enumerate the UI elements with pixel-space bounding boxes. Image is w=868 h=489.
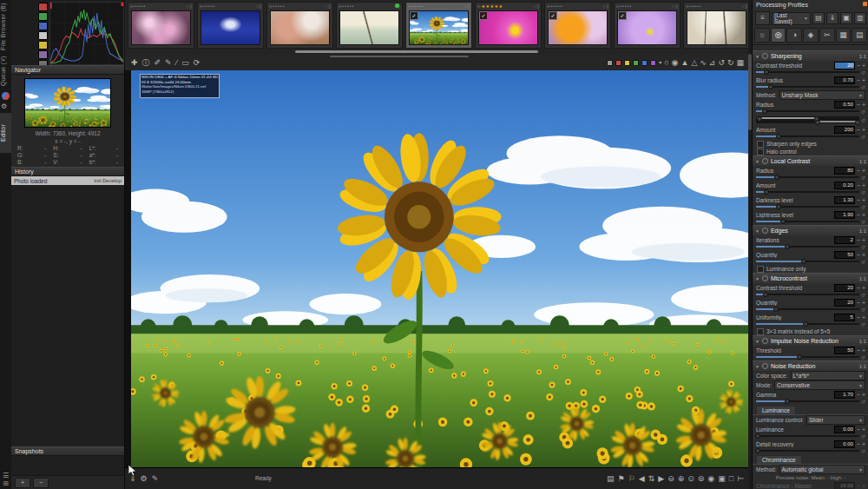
reset-icon[interactable]: ↺ <box>861 399 865 405</box>
reset-icon[interactable]: ↺ <box>861 259 865 265</box>
histogram-chroma-toggle[interactable] <box>38 41 48 50</box>
color-label-icon[interactable]: ○ <box>325 3 327 9</box>
param-chrominance-master[interactable]: Chrominance - Master15.00−+↺ <box>753 481 868 489</box>
subsection-tab[interactable]: Chrominance <box>756 455 802 464</box>
slider-track[interactable] <box>756 323 859 325</box>
highlight-clipping-icon[interactable]: △ <box>691 55 697 70</box>
tab-advanced[interactable]: ◈ <box>803 28 819 43</box>
subsection-luminance[interactable]: Luminance <box>753 405 868 415</box>
slider-knob[interactable] <box>755 448 760 453</box>
param-value[interactable]: 200 <box>834 126 855 134</box>
history-list[interactable]: Photo loadedInit Develop <box>11 176 124 446</box>
section-header-sharpening[interactable]: ▼Sharpening1:1 <box>753 50 868 61</box>
param-value[interactable]: 0.20 <box>834 182 855 189</box>
zoom-100-icon[interactable]: ◉ <box>707 474 714 483</box>
color-label-0[interactable] <box>607 60 613 66</box>
section-header-microcontrast[interactable]: ▼Microcontrast1:1 <box>753 273 868 283</box>
subsection-chrominance[interactable]: Chrominance <box>753 454 868 465</box>
histogram-luma-toggle[interactable] <box>38 31 48 40</box>
power-toggle-icon[interactable] <box>762 363 768 369</box>
detach-editor-icon[interactable]: ▣ <box>718 474 726 483</box>
param-iterations[interactable]: Iterations2−+↺ <box>753 235 868 250</box>
slider-knob[interactable] <box>755 433 760 439</box>
zoom-1-1-button[interactable]: 1:1 <box>859 276 866 281</box>
param-value[interactable]: 5 <box>834 314 855 321</box>
pan-icon[interactable]: ⇅ <box>648 474 655 483</box>
param-value[interactable]: 1.90 <box>834 211 855 219</box>
panel-toggle-icons[interactable]: ☰⊞ <box>1 472 10 487</box>
param-gamma[interactable]: Gamma1.70−+↺ <box>753 390 868 405</box>
zoom-1-1-button[interactable]: 1:1 <box>859 159 866 164</box>
param-uniformity[interactable]: Uniformity5−+↺ <box>753 313 868 327</box>
increment-button[interactable]: + <box>862 182 865 188</box>
reset-icon[interactable]: ↺ <box>861 307 865 313</box>
zoom-in-icon[interactable]: ⊕ <box>678 474 685 483</box>
slider-knob[interactable] <box>768 84 773 89</box>
rating-dots[interactable]: ••••• <box>343 3 355 9</box>
color-label-icon[interactable]: ○ <box>255 3 258 9</box>
zoom-out-icon[interactable]: ⊖ <box>667 474 674 483</box>
trash-icon[interactable]: ▯ <box>606 3 608 9</box>
increment-button[interactable]: + <box>862 102 865 108</box>
section-header-noise-reduction[interactable]: ▼Noise Reduction1:1 <box>753 360 868 371</box>
param-value[interactable]: 0.50 <box>834 101 855 109</box>
slider-knob[interactable] <box>764 189 769 195</box>
section-header-local-contrast[interactable]: ▼Local Contrast1:1 <box>753 155 868 166</box>
reset-icon[interactable]: ↺ <box>861 134 865 140</box>
decrement-button[interactable]: − <box>857 347 860 354</box>
profile-fill-icon[interactable]: ≡ <box>755 11 770 25</box>
increment-button[interactable]: + <box>862 127 865 133</box>
curve-preview-icon[interactable]: ∿ <box>700 55 707 70</box>
power-toggle-icon[interactable] <box>762 275 768 281</box>
histogram-red-toggle[interactable] <box>38 3 48 11</box>
tab-transform[interactable]: ✂ <box>819 28 835 43</box>
snapshot-grid-icon[interactable]: ▦ <box>736 55 744 70</box>
thumbnail-sunflower[interactable]: ∞•••••○▯✓ <box>405 2 472 49</box>
slider-knob[interactable] <box>801 259 806 264</box>
slider-knob[interactable] <box>785 244 790 249</box>
zoom-1-1-button[interactable]: 1:1 <box>859 228 866 234</box>
snapshot-add-button[interactable]: + <box>15 478 30 488</box>
checkbox-luminance-only[interactable]: Luminance only <box>753 265 868 273</box>
threshold-knob[interactable] <box>757 116 762 122</box>
slider-track[interactable] <box>756 356 859 358</box>
checkbox-box[interactable] <box>757 149 764 155</box>
dropdown-value[interactable]: Slider▼ <box>806 415 865 425</box>
rating-dots[interactable]: ••••• <box>412 3 424 9</box>
checkbox-box[interactable] <box>757 266 764 273</box>
undo-icon[interactable]: ↺ <box>718 55 725 70</box>
rating-dots[interactable]: ••••• <box>690 3 702 9</box>
trash-icon[interactable]: ▯ <box>189 3 192 9</box>
color-label-icon[interactable]: ○ <box>741 3 744 9</box>
histogram-raw-toggle[interactable] <box>38 50 48 59</box>
thumb-image-cherry-blossoms[interactable] <box>270 10 330 45</box>
slider-knob[interactable] <box>774 175 779 180</box>
increment-button[interactable]: + <box>862 392 865 398</box>
rotate-icon[interactable]: ⟳ <box>194 55 201 70</box>
reset-icon[interactable]: ↺ <box>861 321 865 327</box>
dropdown-value[interactable]: Automatic global▼ <box>779 465 866 474</box>
decrement-button[interactable]: − <box>857 127 860 133</box>
snapshots-list[interactable] <box>11 456 124 475</box>
thumb-checkbox[interactable]: ✓ <box>618 11 627 20</box>
dropdown-mode[interactable]: Mode:Conservative▼ <box>753 380 868 390</box>
slider-track[interactable] <box>756 246 859 248</box>
param-detail-recovery[interactable]: Detail recovery0.00−+↺ <box>753 439 868 454</box>
open-folder-icon[interactable]: ▤ <box>607 474 615 483</box>
tab-exposure[interactable]: ☼ <box>754 28 770 43</box>
increment-button[interactable]: + <box>862 63 865 69</box>
increment-button[interactable]: + <box>862 212 865 218</box>
decrement-button[interactable]: − <box>857 314 860 320</box>
param-amount[interactable]: Amount200−+↺ <box>753 125 868 140</box>
checkbox-box[interactable] <box>757 141 764 148</box>
before-after-icon[interactable]: ○ <box>664 55 668 70</box>
thumbnail-cosmos[interactable]: ∞★★★★★○▯✓ <box>475 2 542 49</box>
expander-icon[interactable]: ▼ <box>755 364 760 369</box>
snapshot-remove-button[interactable]: − <box>33 478 49 488</box>
threshold-curve-threshold[interactable]: ↺ <box>753 115 868 125</box>
slider-track[interactable] <box>756 400 859 402</box>
decrement-button[interactable]: − <box>857 212 860 218</box>
crop-icon[interactable]: ▭ <box>181 55 189 70</box>
slider-knob[interactable] <box>776 134 781 139</box>
color-label-2[interactable] <box>624 60 630 66</box>
